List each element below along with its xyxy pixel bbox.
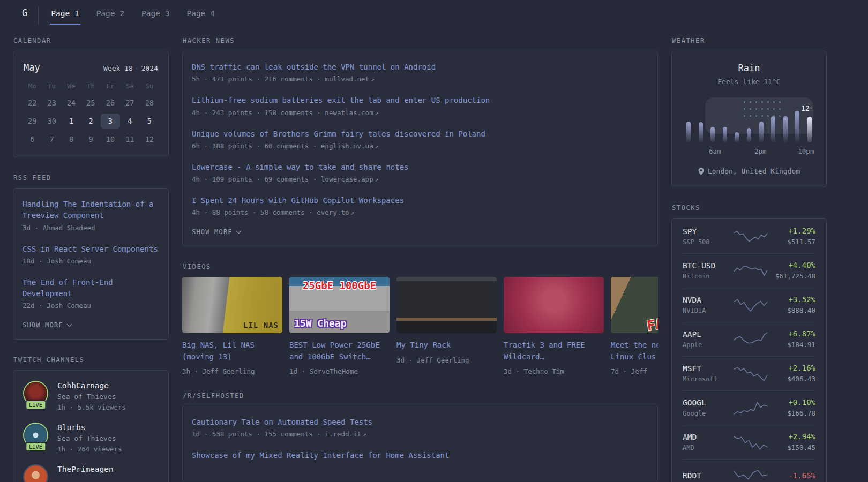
video-card[interactable]: LIL NASBig NAS, Lil NAS (moving 13)3h · …: [182, 277, 282, 375]
hn-title[interactable]: Unique volumes of Brothers Grimm fairy t…: [192, 129, 648, 140]
nav-tab[interactable]: Page 1: [50, 6, 80, 25]
stock-price: $150.45: [769, 443, 815, 451]
weather-location-text: London, United Kingdom: [708, 167, 800, 175]
stock-row[interactable]: GOOGLGoogle+0.10%$166.78: [683, 390, 815, 425]
year-label: 2024: [141, 64, 158, 72]
video-thumbnail[interactable]: LIL NAS: [182, 277, 282, 333]
stock-row[interactable]: NVDANVIDIA+3.52%$888.40: [683, 288, 815, 322]
selfhosted-title[interactable]: Cautionary Tale on Automated Speed Tests: [192, 417, 648, 428]
separator-dot: ·: [135, 64, 139, 72]
weather-bar: [771, 116, 775, 142]
hn-item: Lithium-free sodium batteries exit the l…: [192, 95, 648, 116]
video-title[interactable]: Meet the ne Linux Clus: [611, 340, 658, 363]
hn-title[interactable]: Lithium-free sodium batteries exit the l…: [192, 95, 648, 106]
stocks-card: SPYS&P 500+1.29%$511.57BTC-USDBitcoin+4.…: [671, 218, 827, 482]
calendar-card: May Week 18·2024 MoTuWeThFrSaSu222324252…: [13, 51, 169, 157]
stock-ticker: MSFT: [683, 364, 732, 373]
video-title[interactable]: Big NAS, Lil NAS (moving 13): [182, 340, 282, 363]
external-link-icon: ↗: [371, 76, 375, 83]
twitch-channel-name[interactable]: Blurbs: [57, 423, 122, 432]
videos-section: VIDEOS LIL NASBig NAS, Lil NAS (moving 1…: [182, 263, 658, 375]
twitch-channel[interactable]: LIVECohhCarnageSea of Thieves1h · 5.5k v…: [23, 381, 159, 411]
twitch-channel[interactable]: LIVEBlurbsSea of Thieves1h · 264 viewers: [23, 423, 159, 453]
section-title-hackernews: HACKER NEWS: [183, 37, 658, 44]
stock-sparkline: [732, 399, 769, 417]
stock-name: Apple: [683, 341, 732, 349]
selfhosted-card: Cautionary Tale on Automated Speed Tests…: [182, 406, 658, 482]
logo-box[interactable]: G: [13, 6, 39, 25]
section-title-stocks: STOCKS: [672, 204, 827, 212]
video-thumbnail[interactable]: 25GbE 100GbE15W Cheap: [289, 277, 390, 333]
calendar-day-header: Fr: [101, 80, 120, 92]
thumbnail-text: LIL NAS: [243, 321, 279, 329]
video-thumbnail[interactable]: [396, 277, 497, 333]
stock-change: +2.16%: [769, 364, 815, 372]
section-title-videos: VIDEOS: [183, 263, 658, 270]
stock-sparkline: [732, 262, 769, 280]
calendar-day: 7: [42, 132, 61, 147]
nav-tab[interactable]: Page 3: [140, 6, 170, 25]
stock-sparkline: [732, 228, 769, 245]
video-thumbnail[interactable]: FAS: [611, 277, 658, 333]
source-link[interactable]: every.to: [317, 208, 349, 216]
twitch-channel-name[interactable]: ThePrimeagen: [57, 465, 114, 473]
week-label: Week 18: [103, 64, 133, 72]
stock-name: Google: [683, 410, 732, 417]
source-link[interactable]: newatlas.com: [325, 109, 373, 117]
rss-title[interactable]: Handling The Indentation of a Treeview C…: [23, 199, 159, 222]
selfhosted-title[interactable]: Showcase of my Mixed Reality Interface f…: [192, 450, 648, 461]
twitch-category[interactable]: Sea of Thieves: [57, 393, 126, 401]
weather-bar: [795, 111, 799, 142]
video-card[interactable]: 25GbE 100GbE15W CheapBEST Low Power 25Gb…: [289, 277, 390, 375]
twitch-channel[interactable]: ThePrimeagen: [23, 464, 159, 482]
hn-item: Lowercase - A simple way to take and sha…: [192, 162, 648, 183]
show-more-button[interactable]: SHOW MORE: [192, 228, 648, 236]
show-more-button[interactable]: SHOW MORE: [23, 321, 159, 329]
video-title[interactable]: Traefik 3 and FREE Wildcard…: [504, 340, 604, 363]
video-thumbnail[interactable]: [504, 277, 604, 333]
video-title[interactable]: My Tiny Rack: [396, 340, 497, 351]
stock-row[interactable]: BTC-USDBitcoin+4.40%$61,725.48: [683, 253, 815, 288]
stock-change: -1.65%: [769, 471, 815, 480]
nav-tab[interactable]: Page 2: [95, 6, 125, 25]
weather-hourly-chart: 12°: [686, 97, 812, 142]
hn-title[interactable]: I Spent 24 Hours with GitHub Copilot Wor…: [192, 195, 648, 206]
twitch-category[interactable]: Sea of Thieves: [57, 434, 122, 442]
source-link[interactable]: english.nv.ua: [321, 142, 373, 150]
rss-title[interactable]: The End of Front-End Development: [23, 277, 159, 300]
time-axis-label: 10pm: [798, 147, 814, 155]
hn-meta: 6h · 188 points · 60 comments · english.…: [192, 142, 648, 150]
twitch-info: BlurbsSea of Thieves1h · 264 viewers: [57, 423, 122, 453]
hn-title[interactable]: Lowercase - A simple way to take and sha…: [192, 162, 648, 173]
stock-row[interactable]: SPYS&P 500+1.29%$511.57: [683, 220, 815, 253]
rss-title[interactable]: CSS in React Server Components: [23, 244, 159, 255]
video-card[interactable]: Traefik 3 and FREE Wildcard…3d · Techno …: [504, 277, 604, 375]
hn-title[interactable]: DNS traffic can leak outside the VPN tun…: [192, 62, 648, 73]
stock-row[interactable]: MSFTMicrosoft+2.16%$406.43: [683, 356, 815, 390]
calendar-day: 29: [23, 114, 42, 129]
weather-bar: [723, 127, 727, 142]
hn-item: I Spent 24 Hours with GitHub Copilot Wor…: [192, 195, 648, 216]
source-link[interactable]: mullvad.net: [325, 75, 369, 83]
stock-row[interactable]: RDDT-1.65%: [683, 459, 815, 482]
top-nav: G Page 1Page 2Page 3Page 4: [13, 0, 827, 25]
stock-name: AMD: [683, 444, 732, 451]
nav-tab[interactable]: Page 4: [185, 6, 215, 25]
stock-price: $61,725.48: [769, 272, 815, 280]
twitch-channel-name[interactable]: CohhCarnage: [57, 381, 126, 390]
source-link[interactable]: i.redd.it: [325, 430, 361, 438]
temperature-label: 12°: [801, 103, 813, 113]
weather-condition: Rain: [683, 63, 815, 73]
twitch-avatar: LIVE: [24, 424, 47, 447]
video-card[interactable]: FASMeet the ne Linux Clus7d · Jeff: [611, 277, 658, 375]
video-card[interactable]: My Tiny Rack3d · Jeff Geerling: [396, 277, 497, 375]
video-meta: 3d · Techno Tim: [504, 367, 604, 375]
rss-meta: 18d · Josh Comeau: [23, 257, 159, 265]
stock-row[interactable]: AMDAMD+2.94%$150.45: [683, 425, 815, 459]
source-link[interactable]: lowercase.app: [321, 175, 373, 183]
app-logo[interactable]: G: [22, 7, 27, 18]
external-link-icon: ↗: [375, 176, 379, 183]
video-title[interactable]: BEST Low Power 25GbE and 100GbE Switch…: [289, 340, 390, 363]
stock-row[interactable]: AAPLApple+6.87%$184.91: [683, 322, 815, 356]
stock-id: MSFTMicrosoft: [683, 364, 732, 383]
